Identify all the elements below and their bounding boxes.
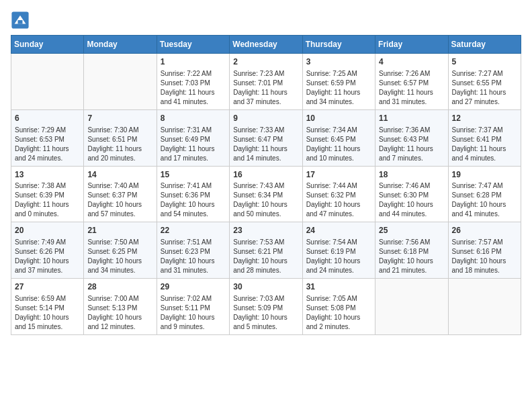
day-number: 8 [161,113,226,124]
calendar-cell: 30Sunrise: 7:03 AM Sunset: 5:09 PM Dayli… [230,279,302,335]
calendar-cell [11,54,84,110]
day-number: 28 [87,281,152,293]
calendar-cell [84,54,157,110]
day-info: Sunrise: 7:27 AM Sunset: 6:55 PM Dayligh… [452,69,517,107]
day-number: 27 [15,281,80,293]
day-number: 10 [306,113,371,124]
day-info: Sunrise: 7:00 AM Sunset: 5:13 PM Dayligh… [87,294,152,332]
calendar-cell: 13Sunrise: 7:38 AM Sunset: 6:39 PM Dayli… [11,166,84,222]
day-info: Sunrise: 7:22 AM Sunset: 7:03 PM Dayligh… [161,69,226,107]
day-number: 1 [161,56,226,68]
day-info: Sunrise: 7:43 AM Sunset: 6:34 PM Dayligh… [233,181,298,219]
svg-rect-2 [18,20,23,24]
day-number: 26 [452,225,517,236]
day-info: Sunrise: 7:33 AM Sunset: 6:47 PM Dayligh… [233,126,298,163]
calendar-cell: 4Sunrise: 7:26 AM Sunset: 6:57 PM Daylig… [375,54,448,110]
calendar-cell: 18Sunrise: 7:46 AM Sunset: 6:30 PM Dayli… [375,166,448,222]
day-info: Sunrise: 7:54 AM Sunset: 6:19 PM Dayligh… [306,238,371,275]
calendar-week-row: 13Sunrise: 7:38 AM Sunset: 6:39 PM Dayli… [11,166,521,222]
day-number: 25 [379,225,444,236]
day-number: 30 [233,281,298,293]
calendar-cell: 1Sunrise: 7:22 AM Sunset: 7:03 PM Daylig… [157,54,229,110]
calendar-cell: 11Sunrise: 7:36 AM Sunset: 6:43 PM Dayli… [375,109,448,166]
day-number: 3 [306,56,371,68]
weekday-header: Thursday [302,36,375,54]
calendar-cell: 25Sunrise: 7:56 AM Sunset: 6:18 PM Dayli… [375,222,448,279]
day-info: Sunrise: 7:47 AM Sunset: 6:28 PM Dayligh… [452,181,517,219]
logo-icon [11,11,30,30]
day-info: Sunrise: 7:40 AM Sunset: 6:37 PM Dayligh… [87,181,152,219]
day-info: Sunrise: 7:02 AM Sunset: 5:11 PM Dayligh… [161,294,226,332]
calendar-cell: 2Sunrise: 7:23 AM Sunset: 7:01 PM Daylig… [230,54,302,110]
calendar-cell: 27Sunrise: 6:59 AM Sunset: 5:14 PM Dayli… [11,279,84,335]
day-info: Sunrise: 7:36 AM Sunset: 6:43 PM Dayligh… [379,126,444,163]
day-info: Sunrise: 6:59 AM Sunset: 5:14 PM Dayligh… [15,294,80,332]
calendar-cell: 29Sunrise: 7:02 AM Sunset: 5:11 PM Dayli… [157,279,229,335]
calendar-cell: 23Sunrise: 7:53 AM Sunset: 6:21 PM Dayli… [230,222,302,279]
day-number: 18 [379,169,444,181]
calendar-cell: 19Sunrise: 7:47 AM Sunset: 6:28 PM Dayli… [448,166,521,222]
calendar-cell: 12Sunrise: 7:37 AM Sunset: 6:41 PM Dayli… [448,109,521,166]
day-info: Sunrise: 7:25 AM Sunset: 6:59 PM Dayligh… [306,69,371,107]
calendar-cell: 8Sunrise: 7:31 AM Sunset: 6:49 PM Daylig… [157,109,229,166]
day-info: Sunrise: 7:23 AM Sunset: 7:01 PM Dayligh… [233,69,298,107]
day-number: 19 [452,169,517,181]
day-info: Sunrise: 7:56 AM Sunset: 6:18 PM Dayligh… [379,238,444,275]
calendar-cell: 9Sunrise: 7:33 AM Sunset: 6:47 PM Daylig… [230,109,302,166]
calendar-cell: 10Sunrise: 7:34 AM Sunset: 6:45 PM Dayli… [302,109,375,166]
calendar-cell: 28Sunrise: 7:00 AM Sunset: 5:13 PM Dayli… [84,279,157,335]
day-info: Sunrise: 7:49 AM Sunset: 6:26 PM Dayligh… [15,238,80,275]
weekday-header: Tuesday [157,36,229,54]
day-number: 22 [161,225,226,236]
calendar-cell: 3Sunrise: 7:25 AM Sunset: 6:59 PM Daylig… [302,54,375,110]
day-info: Sunrise: 7:50 AM Sunset: 6:25 PM Dayligh… [87,238,152,275]
day-info: Sunrise: 7:57 AM Sunset: 6:16 PM Dayligh… [452,238,517,275]
weekday-header: Wednesday [230,36,302,54]
day-number: 9 [233,113,298,124]
day-number: 16 [233,169,298,181]
logo [11,11,32,30]
day-number: 17 [306,169,371,181]
day-number: 7 [87,113,152,124]
day-info: Sunrise: 7:03 AM Sunset: 5:09 PM Dayligh… [233,294,298,332]
day-number: 15 [161,169,226,181]
day-number: 14 [87,169,152,181]
day-number: 20 [15,225,80,236]
calendar-table: SundayMondayTuesdayWednesdayThursdayFrid… [11,35,521,335]
calendar-cell: 21Sunrise: 7:50 AM Sunset: 6:25 PM Dayli… [84,222,157,279]
day-info: Sunrise: 7:05 AM Sunset: 5:08 PM Dayligh… [306,294,371,332]
calendar-cell: 7Sunrise: 7:30 AM Sunset: 6:51 PM Daylig… [84,109,157,166]
calendar-cell: 24Sunrise: 7:54 AM Sunset: 6:19 PM Dayli… [302,222,375,279]
calendar-cell [448,279,521,335]
day-info: Sunrise: 7:51 AM Sunset: 6:23 PM Dayligh… [161,238,226,275]
calendar-week-row: 1Sunrise: 7:22 AM Sunset: 7:03 PM Daylig… [11,54,521,110]
day-info: Sunrise: 7:31 AM Sunset: 6:49 PM Dayligh… [161,126,226,163]
day-number: 2 [233,56,298,68]
calendar-cell: 20Sunrise: 7:49 AM Sunset: 6:26 PM Dayli… [11,222,84,279]
calendar-cell [375,279,448,335]
day-number: 31 [306,281,371,293]
weekday-header: Sunday [11,36,84,54]
day-info: Sunrise: 7:34 AM Sunset: 6:45 PM Dayligh… [306,126,371,163]
calendar-cell: 6Sunrise: 7:29 AM Sunset: 6:53 PM Daylig… [11,109,84,166]
weekday-header-row: SundayMondayTuesdayWednesdayThursdayFrid… [11,36,521,54]
day-number: 13 [15,169,80,181]
calendar-week-row: 6Sunrise: 7:29 AM Sunset: 6:53 PM Daylig… [11,109,521,166]
calendar-cell: 16Sunrise: 7:43 AM Sunset: 6:34 PM Dayli… [230,166,302,222]
calendar-cell: 14Sunrise: 7:40 AM Sunset: 6:37 PM Dayli… [84,166,157,222]
day-number: 6 [15,113,80,124]
day-info: Sunrise: 7:37 AM Sunset: 6:41 PM Dayligh… [452,126,517,163]
day-info: Sunrise: 7:26 AM Sunset: 6:57 PM Dayligh… [379,69,444,107]
day-number: 11 [379,113,444,124]
day-number: 12 [452,113,517,124]
day-number: 24 [306,225,371,236]
day-number: 29 [161,281,226,293]
day-info: Sunrise: 7:38 AM Sunset: 6:39 PM Dayligh… [15,181,80,219]
calendar-cell: 5Sunrise: 7:27 AM Sunset: 6:55 PM Daylig… [448,54,521,110]
day-info: Sunrise: 7:30 AM Sunset: 6:51 PM Dayligh… [87,126,152,163]
day-info: Sunrise: 7:41 AM Sunset: 6:36 PM Dayligh… [161,181,226,219]
page-header [11,11,521,30]
weekday-header: Monday [84,36,157,54]
calendar-cell: 17Sunrise: 7:44 AM Sunset: 6:32 PM Dayli… [302,166,375,222]
day-info: Sunrise: 7:46 AM Sunset: 6:30 PM Dayligh… [379,181,444,219]
